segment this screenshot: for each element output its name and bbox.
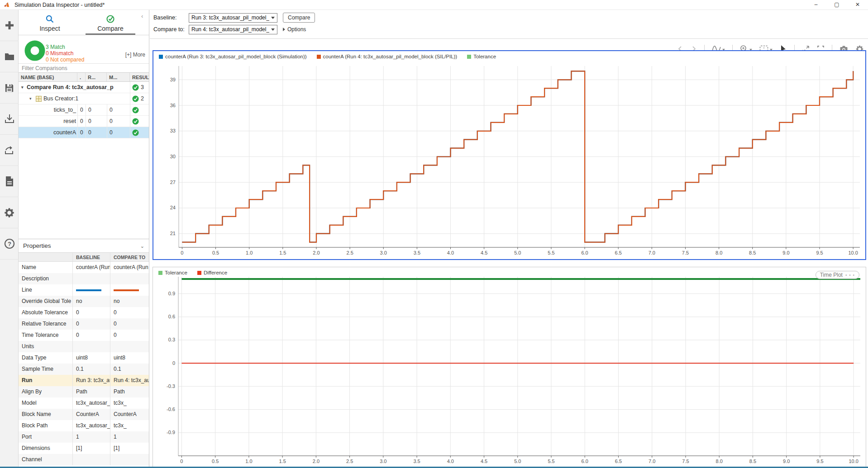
property-row[interactable]: Sample Time0.10.1 — [19, 364, 149, 375]
property-compare-value: counterA (Run — [110, 262, 149, 273]
svg-text:7.5: 7.5 — [682, 250, 689, 255]
add-button[interactable] — [0, 10, 19, 41]
table-row[interactable]: ▾Compare Run 4: tc3x_autosar_p3 — [19, 82, 149, 93]
help-button[interactable]: ? — [0, 228, 19, 260]
save-button[interactable] — [0, 72, 19, 104]
comparison-table: NAME (BASE).R...M...RESULT▾Compare Run 4… — [19, 73, 149, 138]
property-label: Data Type — [19, 352, 73, 364]
legend-item[interactable]: Difference — [197, 270, 227, 275]
tab-compare[interactable]: Compare — [86, 10, 135, 35]
legend-item[interactable]: Tolerance — [467, 54, 496, 59]
baseline-label: Baseline: — [153, 14, 189, 21]
svg-text:0: 0 — [172, 360, 175, 366]
window-title: Simulation Data Inspector - untitled* — [14, 2, 105, 8]
result-cell: 2 — [130, 93, 149, 104]
legend-item[interactable]: Tolerance — [158, 270, 187, 275]
time-plot-badge[interactable]: Time Plot • • • — [816, 271, 859, 279]
baseline-select[interactable]: Run 3: tc3x_autosar_pil_model_b — [189, 13, 277, 23]
property-row[interactable]: Channel — [19, 454, 149, 465]
column-header[interactable]: M... — [107, 73, 130, 81]
properties-header[interactable]: Properties ⌄ — [19, 239, 149, 253]
view-tabs: Inspect Compare — [19, 10, 149, 35]
minimize-button[interactable]: – — [806, 0, 826, 10]
check-icon — [132, 84, 139, 91]
property-row[interactable]: RunRun 3: tc3x_auRun 4: tc3x_au — [19, 375, 149, 386]
svg-text:2.5: 2.5 — [346, 459, 353, 464]
property-row[interactable]: Block NameCounterACounterA — [19, 409, 149, 420]
more-button[interactable]: [+] More — [125, 52, 145, 58]
column-header[interactable]: RESULT — [130, 73, 149, 81]
svg-text:0.6: 0.6 — [168, 314, 175, 319]
compare-button[interactable]: Compare — [283, 13, 315, 23]
legend-item[interactable]: counterA (Run 4: tc3x_autosar_pil_model_… — [317, 54, 458, 59]
svg-text:7.0: 7.0 — [649, 250, 655, 255]
table-row[interactable]: reset000 — [19, 116, 149, 127]
report-button[interactable] — [0, 166, 19, 197]
bus-creator-icon — [36, 96, 42, 102]
settings-button[interactable] — [0, 197, 19, 228]
legend-item[interactable]: counterA (Run 3: tc3x_autosar_pil_model_… — [159, 54, 307, 59]
comparison-plot-panel[interactable]: counterA (Run 3: tc3x_autosar_pil_model_… — [153, 50, 866, 260]
property-row[interactable]: Align ByPathPath — [19, 386, 149, 397]
options-button[interactable]: Options — [283, 26, 306, 33]
open-folder-button[interactable] — [0, 41, 19, 72]
legend-label: Tolerance — [473, 54, 496, 59]
export-button[interactable] — [0, 135, 19, 166]
table-row[interactable]: counterA000 — [19, 127, 149, 138]
svg-text:9.5: 9.5 — [816, 250, 823, 255]
legend-label: counterA (Run 4: tc3x_autosar_pil_model_… — [323, 54, 458, 59]
table-row[interactable]: ticks_to_000 — [19, 104, 149, 116]
column-header[interactable]: . — [77, 73, 86, 81]
tab-inspect[interactable]: Inspect — [25, 10, 75, 35]
property-label: Time Tolerance — [19, 330, 73, 341]
expander-icon[interactable]: ▾ — [21, 82, 27, 93]
export-icon — [4, 145, 15, 156]
property-compare-value: 1 — [110, 431, 149, 443]
difference-time-plot-canvas[interactable]: 00.51.01.52.02.53.03.54.04.55.05.56.06.5… — [153, 267, 866, 468]
svg-text:8.0: 8.0 — [715, 250, 722, 255]
property-row[interactable]: Relative Tolerance00 — [19, 318, 149, 330]
property-row[interactable]: Modeltc3x_autosar_ptc3x_ — [19, 397, 149, 409]
import-button[interactable] — [0, 104, 19, 135]
property-compare-value — [110, 273, 149, 284]
chevron-down-icon — [271, 28, 275, 31]
compare-to-select[interactable]: Run 4: tc3x_autosar_pil_model_b — [189, 25, 277, 34]
property-row[interactable]: Port11 — [19, 431, 149, 443]
collapse-panel-chevron-icon[interactable]: ‹ — [141, 13, 143, 19]
column-header[interactable]: NAME (BASE) — [19, 73, 77, 81]
comparison-table-header: NAME (BASE).R...M...RESULT — [19, 73, 149, 82]
property-row[interactable]: Absolute Tolerance00 — [19, 307, 149, 318]
svg-text:3.0: 3.0 — [380, 459, 386, 464]
properties-panel: Properties ⌄ BASELINECOMPARE TONamecount… — [19, 239, 149, 465]
maximize-button[interactable]: ▢ — [826, 0, 847, 10]
property-baseline-value: 0 — [73, 330, 110, 341]
tolerance-value: 0 — [107, 116, 130, 127]
expander-icon[interactable]: ▾ — [29, 93, 35, 104]
property-compare-value: [1] — [110, 443, 149, 454]
property-row[interactable]: Time Tolerance00 — [19, 330, 149, 341]
property-row[interactable]: Description — [19, 273, 149, 284]
column-header[interactable]: R... — [86, 73, 107, 81]
difference-plot-panel[interactable]: ToleranceDifference Time Plot • • • 00.5… — [153, 267, 866, 468]
property-row[interactable]: Dimensions[1][1] — [19, 443, 149, 454]
filter-comparisons-input[interactable] — [19, 63, 149, 73]
svg-text:33: 33 — [170, 128, 176, 133]
table-row[interactable]: ▾Bus Creator:12 — [19, 93, 149, 104]
legend-swatch-icon — [158, 271, 162, 275]
property-row[interactable]: NamecounterA (RuncounterA (Run — [19, 262, 149, 273]
property-row[interactable]: Units — [19, 341, 149, 352]
signals-time-plot-canvas[interactable]: 00.51.01.52.02.53.03.54.04.55.05.56.06.5… — [153, 51, 865, 259]
comparison-panel: Inspect Compare 3 Match 0 Mismatch 0 Not… — [19, 10, 149, 468]
svg-text:0.5: 0.5 — [212, 459, 219, 464]
property-baseline-value: 1 — [73, 431, 110, 443]
close-button[interactable]: ✕ — [847, 0, 868, 10]
plot-legend: counterA (Run 3: tc3x_autosar_pil_model_… — [159, 54, 496, 59]
property-baseline-value: tc3x_autosar_p — [73, 397, 110, 409]
property-row[interactable]: Block Pathtc3x_autosar_ptc3x_ — [19, 420, 149, 431]
property-row[interactable]: Line — [19, 284, 149, 296]
svg-text:2.0: 2.0 — [313, 459, 320, 464]
property-label: Model — [19, 397, 73, 409]
property-row[interactable]: Override Global Tolenono — [19, 296, 149, 307]
property-row[interactable]: Data Typeuint8uint8 — [19, 352, 149, 364]
tolerance-value: 0 — [86, 116, 107, 127]
